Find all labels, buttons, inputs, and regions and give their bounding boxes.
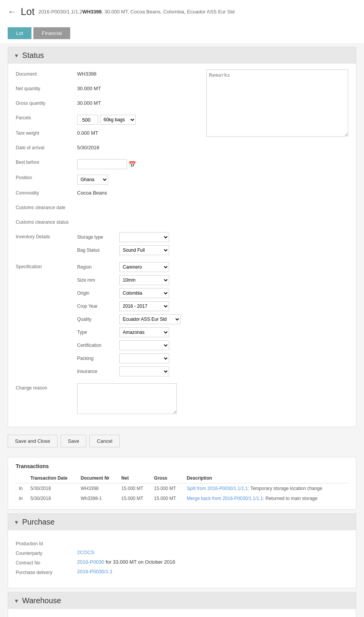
packing-row: Packing Bags Bulk bbox=[77, 353, 199, 363]
storage-type-row: Storage type Type A Type B bbox=[77, 232, 199, 242]
size-mm-select[interactable]: 10mm 12mm 14mm bbox=[119, 275, 169, 285]
commodity-row: Commodity Cocoa Beans bbox=[16, 188, 199, 199]
row1-desc-link[interactable]: Split from 2016-P0030/1.1/1.1: bbox=[187, 486, 249, 491]
tare-weight-label: Tare weight bbox=[16, 129, 77, 136]
production-id-label: Production Id bbox=[16, 540, 77, 546]
status-section-header[interactable]: ▼ Status bbox=[8, 47, 356, 64]
change-reason-label: Change reason bbox=[16, 383, 77, 415]
inventory-row: Inventory Details Storage type Type A Ty… bbox=[16, 232, 199, 258]
remarks-textarea[interactable] bbox=[206, 69, 348, 137]
document-row: Document WH3398 bbox=[16, 69, 199, 80]
size-mm-row: Size mm 10mm 12mm 14mm bbox=[77, 275, 199, 285]
back-button[interactable]: ← bbox=[8, 7, 16, 17]
contract-no-label: Contract No bbox=[16, 559, 77, 566]
gross-quantity-value: 30.000 MT bbox=[77, 99, 199, 106]
tab-bar: Lot Financial bbox=[0, 23, 364, 43]
row2-date: 5/30/2018 bbox=[27, 493, 77, 503]
customs-status-row: Customs clearance status bbox=[16, 218, 199, 228]
warehouse-section-header[interactable]: ▼ Warehouse bbox=[8, 592, 356, 609]
col-document-nr: Document Nr bbox=[77, 473, 118, 483]
insurance-select[interactable]: Yes No bbox=[119, 366, 169, 376]
parcels-unit-select[interactable]: 60kg bags 50kg bags 100kg bags bbox=[100, 115, 136, 125]
date-arrival-row: Date of arrival 5/30/2018 bbox=[16, 143, 199, 154]
production-id-value bbox=[77, 540, 348, 546]
page-subtitle: 2016-P0030/1.1/1.2WH3398, 30.000 MT, Coc… bbox=[38, 9, 235, 15]
contract-no-link[interactable]: 2016-P0030 bbox=[77, 559, 104, 565]
tab-lot[interactable]: Lot bbox=[8, 27, 31, 39]
purchase-chevron: ▼ bbox=[14, 519, 19, 525]
calendar-icon[interactable]: 📅 bbox=[128, 161, 136, 168]
warehouse-chevron: ▼ bbox=[14, 598, 19, 604]
gross-quantity-row: Gross quantity 30.000 MT bbox=[16, 99, 199, 109]
status-title: Status bbox=[22, 51, 44, 60]
crop-year-select[interactable]: 2016 - 2017 2017 - 2018 2015 - 2016 bbox=[119, 301, 169, 311]
purchase-section-header[interactable]: ▼ Purchase bbox=[8, 514, 356, 530]
date-arrival-label: Date of arrival bbox=[16, 143, 77, 150]
purchase-delivery-link[interactable]: 2016-P0030/1.1 bbox=[77, 569, 113, 574]
customs-date-label: Customs clearance date bbox=[16, 203, 77, 210]
type-select[interactable]: Amazonas Forastero Criollo bbox=[119, 327, 169, 337]
warehouse-title: Warehouse bbox=[22, 596, 61, 605]
storage-type-select[interactable]: Type A Type B bbox=[119, 232, 169, 242]
contract-no-row: Contract No 2016-P0030 for 33.000 MT on … bbox=[16, 559, 348, 566]
parcels-label: Parcels bbox=[16, 113, 77, 120]
region-row: Region Carenero Other bbox=[77, 262, 199, 272]
row2-doc-nr: Wh3398-1 bbox=[77, 493, 118, 503]
col-gross: Gross bbox=[151, 473, 184, 483]
type-label: Type bbox=[77, 330, 119, 335]
save-button[interactable]: Save bbox=[61, 435, 87, 447]
crop-year-label: Crop Year bbox=[77, 304, 119, 309]
row2-desc-link[interactable]: Merge back from 2016-P0030/1.1/1.1: bbox=[187, 496, 264, 501]
best-before-input[interactable] bbox=[77, 159, 127, 169]
origin-select[interactable]: Colombia Ecuador Ghana bbox=[119, 288, 169, 298]
crop-year-row: Crop Year 2016 - 2017 2017 - 2018 2015 -… bbox=[77, 301, 199, 311]
row2-type: In bbox=[16, 493, 27, 503]
change-reason-row: Change reason bbox=[16, 383, 199, 415]
counterparty-link[interactable]: 2COCS bbox=[77, 549, 94, 555]
warehouse-body: Document number WH3398 Name 🏢 CWT Sitos … bbox=[8, 609, 356, 617]
transactions-section: Transactions Transaction Date Document N… bbox=[8, 457, 356, 510]
position-select[interactable]: Ghana Colombia Ecuador bbox=[77, 175, 108, 185]
document-value: WH3398 bbox=[77, 69, 199, 77]
quality-select[interactable]: Ecuador ASS Eur Std Other bbox=[119, 314, 181, 324]
commodity-value: Cocoa Beans bbox=[77, 188, 199, 196]
col-net: Net bbox=[118, 473, 151, 483]
table-row: In 5/30/2018 Wh3398-1 15.000 MT 15.000 M… bbox=[16, 493, 348, 503]
insurance-label: Insurance bbox=[77, 369, 119, 374]
row1-type: In bbox=[16, 483, 27, 494]
status-section-body: Document WH3398 Net quantity 30.000 MT G… bbox=[8, 64, 356, 427]
action-buttons: Save and Close Save Cancel bbox=[0, 431, 364, 453]
counterparty-row: Counterparty 2COCS bbox=[16, 549, 348, 556]
certification-row: Certification Organic Fair Trade bbox=[77, 340, 199, 350]
row2-gross: 15.000 MT bbox=[151, 493, 184, 503]
best-before-row: Best before 📅 bbox=[16, 158, 199, 169]
region-select[interactable]: Carenero Other bbox=[119, 262, 169, 272]
certification-select[interactable]: Organic Fair Trade bbox=[119, 340, 169, 350]
best-before-label: Best before bbox=[16, 158, 77, 165]
quality-row: Quality Ecuador ASS Eur Std Other bbox=[77, 314, 199, 324]
purchase-title: Purchase bbox=[22, 518, 55, 526]
gross-quantity-label: Gross quantity bbox=[16, 99, 77, 106]
inventory-label: Inventory Details bbox=[16, 232, 77, 258]
bag-status-select[interactable]: Sound Full Sound Full bbox=[119, 245, 169, 255]
parcels-input[interactable] bbox=[77, 115, 98, 125]
origin-label: Origin bbox=[77, 290, 119, 296]
parcels-row: Parcels 60kg bags 50kg bags 100kg bags bbox=[16, 113, 199, 125]
change-reason-textarea[interactable] bbox=[77, 383, 177, 414]
production-id-row: Production Id bbox=[16, 540, 348, 546]
save-close-button[interactable]: Save and Close bbox=[8, 435, 58, 447]
cancel-button[interactable]: Cancel bbox=[89, 435, 119, 447]
packing-select[interactable]: Bags Bulk bbox=[119, 353, 169, 363]
purchase-delivery-label: Purchase delivery bbox=[16, 569, 77, 575]
transactions-table: Transaction Date Document Nr Net Gross D… bbox=[16, 473, 348, 503]
transactions-title: Transactions bbox=[16, 463, 348, 469]
row2-net: 15.000 MT bbox=[118, 493, 151, 503]
col-type bbox=[16, 473, 27, 483]
row2-description: Merge back from 2016-P0030/1.1/1.1: Retu… bbox=[184, 493, 348, 503]
col-transaction-date: Transaction Date bbox=[27, 473, 77, 483]
row1-gross: 15.000 MT bbox=[151, 483, 184, 494]
position-row: Position Ghana Colombia Ecuador bbox=[16, 173, 199, 185]
tab-financial[interactable]: Financial bbox=[33, 27, 70, 39]
date-arrival-value: 5/30/2018 bbox=[77, 143, 199, 150]
bag-status-row: Bag Status Sound Full Sound Full bbox=[77, 245, 199, 255]
